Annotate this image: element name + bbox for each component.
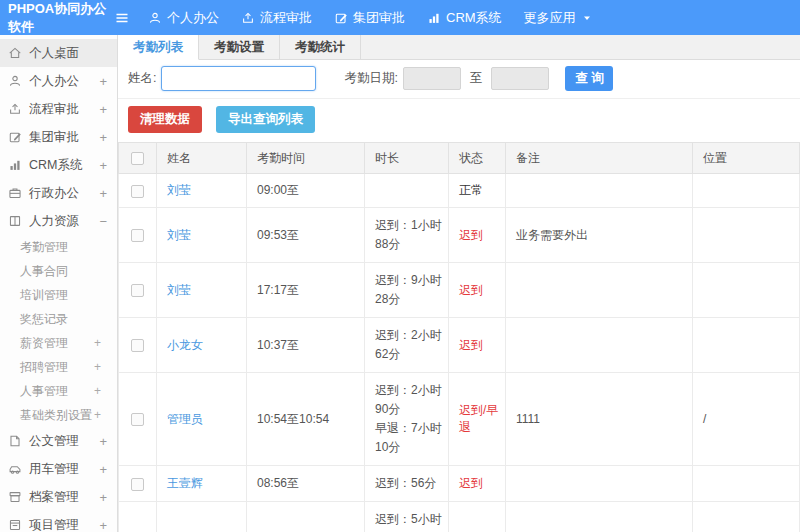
status-cell: 迟到 bbox=[449, 263, 506, 318]
location-cell bbox=[693, 318, 800, 373]
nav-item-crm[interactable]: CRM系统 bbox=[427, 9, 502, 27]
sidebar-item-admin-office[interactable]: 行政办公 + bbox=[0, 179, 117, 207]
duration-cell: 迟到：2小时90分早退：7小时10分 bbox=[365, 373, 449, 466]
expand-plus-icon[interactable]: + bbox=[99, 130, 107, 145]
sidebar-subitem-rewards[interactable]: 奖惩记录 bbox=[0, 307, 117, 331]
nav-item-label: 集团审批 bbox=[353, 9, 405, 27]
sidebar-item-workflow-approval[interactable]: 流程审批 + bbox=[0, 95, 117, 123]
status-cell: 迟到/早退 bbox=[449, 502, 506, 532]
expand-plus-icon[interactable]: + bbox=[94, 336, 101, 350]
sidebar-subitem-hr-contract[interactable]: 人事合同 bbox=[0, 259, 117, 283]
employee-name-link[interactable]: 王壹辉 bbox=[167, 476, 203, 490]
nav-item-personal-office[interactable]: 个人办公 bbox=[148, 9, 219, 27]
row-checkbox[interactable] bbox=[131, 413, 144, 426]
chevron-down-icon bbox=[581, 12, 593, 24]
sidebar-subitem-training[interactable]: 培训管理 bbox=[0, 283, 117, 307]
header-remark: 备注 bbox=[506, 143, 693, 174]
attendance-time-cell: 09:53至 bbox=[247, 208, 365, 263]
remark-cell bbox=[506, 318, 693, 373]
hamburger-menu-icon[interactable] bbox=[114, 9, 132, 27]
sidebar-item-personal-desktop[interactable]: 个人桌面 bbox=[0, 39, 117, 67]
nav-item-label: 流程审批 bbox=[260, 9, 312, 27]
export-list-button[interactable]: 导出查询列表 bbox=[216, 106, 315, 133]
nav-item-more-apps[interactable]: 更多应用 bbox=[524, 9, 593, 27]
table-row: 小龙女 10:37至 迟到：2小时62分 迟到 bbox=[119, 318, 800, 373]
expand-plus-icon[interactable]: + bbox=[99, 434, 107, 449]
employee-name-link[interactable]: 刘莹 bbox=[167, 183, 191, 197]
sidebar-item-crm[interactable]: CRM系统 + bbox=[0, 151, 117, 179]
nav-item-label: 个人办公 bbox=[167, 9, 219, 27]
tab-attendance-settings[interactable]: 考勤设置 bbox=[199, 35, 280, 59]
nav-item-label: CRM系统 bbox=[446, 9, 502, 27]
duration-line1: 迟到：2小时62分 bbox=[375, 326, 442, 364]
toolbar: 清理数据 导出查询列表 bbox=[118, 99, 800, 142]
duration-line2: 早退：7小时10分 bbox=[375, 419, 442, 457]
expand-plus-icon[interactable]: + bbox=[99, 74, 107, 89]
sidebar-subitem-label: 人事管理 bbox=[20, 383, 68, 400]
sidebar-item-projects[interactable]: 项目管理 + bbox=[0, 511, 117, 532]
tab-bar: 考勤列表 考勤设置 考勤统计 bbox=[118, 35, 800, 60]
row-checkbox[interactable] bbox=[131, 185, 144, 198]
expand-plus-icon[interactable]: + bbox=[94, 384, 101, 398]
location-cell bbox=[693, 174, 800, 208]
expand-plus-icon[interactable]: + bbox=[99, 186, 107, 201]
row-checkbox[interactable] bbox=[131, 339, 144, 352]
sidebar-item-personal-office[interactable]: 个人办公 + bbox=[0, 67, 117, 95]
status-cell: 迟到 bbox=[449, 466, 506, 502]
sidebar-subitem-recruiting[interactable]: 招聘管理 + bbox=[0, 355, 117, 379]
sidebar-item-vehicle-management[interactable]: 用车管理 + bbox=[0, 455, 117, 483]
attendance-time-cell: 09:00至 bbox=[247, 174, 365, 208]
date-from-input[interactable] bbox=[403, 67, 461, 90]
attendance-date-label: 考勤日期: bbox=[344, 70, 397, 87]
row-checkbox[interactable] bbox=[131, 478, 144, 491]
employee-name-link[interactable]: 小龙女 bbox=[167, 338, 203, 352]
sidebar-item-official-docs[interactable]: 公文管理 + bbox=[0, 427, 117, 455]
clean-data-button[interactable]: 清理数据 bbox=[128, 106, 202, 133]
duration-line1: 迟到：5小时33分 bbox=[375, 510, 442, 532]
nav-item-group-approval[interactable]: 集团审批 bbox=[334, 9, 405, 27]
name-search-input[interactable] bbox=[161, 66, 316, 91]
expand-plus-icon[interactable]: + bbox=[99, 102, 107, 117]
expand-plus-icon[interactable]: + bbox=[99, 490, 107, 505]
expand-plus-icon[interactable]: + bbox=[99, 158, 107, 173]
nav-item-workflow-approval[interactable]: 流程审批 bbox=[241, 9, 312, 27]
select-all-checkbox[interactable] bbox=[131, 152, 144, 165]
sidebar-subitem-label: 奖惩记录 bbox=[20, 311, 68, 328]
sidebar-subitem-base-category[interactable]: 基础类别设置 + bbox=[0, 403, 117, 427]
duration-cell: 迟到：1小时88分 bbox=[365, 208, 449, 263]
expand-plus-icon[interactable]: + bbox=[94, 408, 101, 422]
sidebar-subitem-salary[interactable]: 薪资管理 + bbox=[0, 331, 117, 355]
row-checkbox[interactable] bbox=[131, 229, 144, 242]
sidebar-item-label: 人力资源 bbox=[29, 213, 79, 230]
main-content: 考勤列表 考勤设置 考勤统计 姓名: 考勤日期: 至 查 询 清理数据 导出查询… bbox=[118, 35, 800, 532]
archive-icon bbox=[8, 490, 22, 504]
sidebar-subitem-label: 考勤管理 bbox=[20, 239, 68, 256]
sidebar-subitem-attendance[interactable]: 考勤管理 bbox=[0, 235, 117, 259]
tab-attendance-list[interactable]: 考勤列表 bbox=[118, 35, 199, 60]
sidebar-item-group-approval[interactable]: 集团审批 + bbox=[0, 123, 117, 151]
flow-arrow-icon bbox=[241, 11, 255, 25]
expand-plus-icon[interactable]: + bbox=[99, 462, 107, 477]
employee-name-link[interactable]: 刘莹 bbox=[167, 228, 191, 242]
remark-cell bbox=[506, 263, 693, 318]
sidebar-subitem-label: 薪资管理 bbox=[20, 335, 68, 352]
sidebar-item-label: 流程审批 bbox=[29, 101, 79, 118]
employee-name-link[interactable]: 管理员 bbox=[167, 412, 203, 426]
collapse-minus-icon[interactable]: − bbox=[99, 214, 107, 229]
sidebar-item-archives[interactable]: 档案管理 + bbox=[0, 483, 117, 511]
tab-attendance-statistics[interactable]: 考勤统计 bbox=[280, 35, 361, 59]
sidebar-item-human-resources[interactable]: 人力资源 − bbox=[0, 207, 117, 235]
sidebar-subitem-personnel[interactable]: 人事管理 + bbox=[0, 379, 117, 403]
attendance-time-cell: 08:56至 bbox=[247, 466, 365, 502]
query-button[interactable]: 查 询 bbox=[565, 66, 613, 91]
employee-name-link[interactable]: 刘莹 bbox=[167, 283, 191, 297]
expand-plus-icon[interactable]: + bbox=[94, 360, 101, 374]
sidebar-item-label: 个人办公 bbox=[29, 73, 79, 90]
expand-plus-icon[interactable]: + bbox=[99, 518, 107, 532]
location-cell: / bbox=[693, 502, 800, 532]
edit-icon bbox=[334, 11, 348, 25]
user-icon bbox=[148, 11, 162, 25]
date-to-input[interactable] bbox=[491, 67, 549, 90]
status-cell: 迟到 bbox=[449, 208, 506, 263]
row-checkbox[interactable] bbox=[131, 284, 144, 297]
